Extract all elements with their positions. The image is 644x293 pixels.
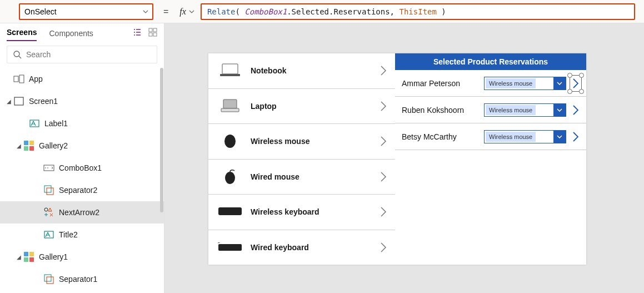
formula-input[interactable]: Relate( ComboBox1.Selected.Reservations,… [201, 3, 635, 20]
app-screen[interactable]: Notebook Laptop [208, 53, 586, 265]
product-title: Notebook [251, 66, 380, 75]
gallery-row[interactable]: Wireless mouse [208, 124, 395, 160]
gallery-icon [23, 140, 34, 151]
reservations-panel: Selected Product Reservations Ammar Pete… [395, 53, 586, 265]
tree-search[interactable] [7, 46, 157, 63]
reservation-combobox[interactable]: Wireless mouse [484, 103, 566, 117]
chevron-right-icon[interactable] [572, 77, 580, 90]
svg-rect-30 [218, 207, 242, 215]
grid-icon[interactable] [148, 28, 157, 37]
svg-rect-31 [218, 244, 242, 251]
chevron-right-icon[interactable] [380, 100, 387, 112]
tab-screens[interactable]: Screens [7, 28, 37, 41]
tree-item-label1[interactable]: Label1 [0, 112, 164, 135]
gallery-row[interactable]: Laptop [208, 89, 395, 125]
caret-down-icon[interactable]: ◢ [14, 254, 23, 260]
tree-item-label: Label1 [44, 119, 68, 128]
tree-item-screen1[interactable]: ◢ Screen1 [0, 90, 164, 112]
nextarrow-selected[interactable] [572, 77, 580, 90]
chevron-down-icon[interactable] [553, 104, 566, 116]
chevron-right-icon[interactable] [572, 131, 580, 143]
product-title: Wired keyboard [251, 243, 380, 252]
tree-item-title2[interactable]: Title2 [0, 224, 164, 246]
svg-rect-15 [47, 188, 53, 195]
caret-down-icon[interactable]: ◢ [4, 98, 13, 105]
tree-item-gallery2[interactable]: ◢ Gallery2 [0, 135, 164, 157]
gallery-row[interactable]: Notebook [208, 53, 395, 89]
tree-item-separator2[interactable]: Separator2 [0, 179, 164, 201]
svg-rect-6 [19, 75, 24, 83]
svg-point-28 [224, 135, 236, 148]
tree-item-label: App [29, 75, 43, 83]
chevron-right-icon[interactable] [380, 241, 387, 254]
svg-rect-3 [153, 33, 157, 36]
svg-rect-9 [24, 141, 28, 145]
tree-item-label: Separator2 [59, 186, 97, 195]
product-title: Wired mouse [251, 172, 380, 181]
chevron-down-icon [142, 8, 149, 15]
tree-item-combobox1[interactable]: ComboBox1 [0, 157, 164, 179]
reservation-combobox[interactable]: Wireless mouse [484, 130, 566, 143]
gallery-row[interactable]: Wireless keyboard [208, 195, 395, 230]
design-canvas[interactable]: Notebook Laptop [164, 23, 644, 293]
reservation-name: Betsy McCarthy [402, 132, 478, 141]
tree-item-app[interactable]: App [0, 68, 164, 90]
property-select[interactable]: OnSelect [19, 3, 153, 20]
fx-icon[interactable]: fx [178, 7, 187, 17]
chevron-down-icon[interactable] [553, 77, 566, 90]
svg-rect-1 [153, 28, 157, 32]
svg-rect-2 [149, 33, 152, 36]
reservation-combobox[interactable]: Wireless mouse [484, 77, 566, 90]
chevron-right-icon[interactable] [380, 135, 387, 147]
svg-point-4 [14, 51, 19, 57]
tree-item-gallery1[interactable]: ◢ Gallery1 [0, 246, 164, 268]
formula-token-kw: ThisItem [400, 7, 437, 16]
formula-token-prop: .Selected.Reservations, [287, 7, 395, 16]
chevron-right-icon[interactable] [380, 171, 387, 183]
chevron-right-icon[interactable] [380, 206, 387, 218]
gallery-row[interactable]: Wired keyboard [208, 230, 395, 265]
tab-components[interactable]: Components [49, 29, 93, 41]
svg-rect-22 [44, 275, 51, 281]
label-icon [43, 229, 54, 240]
product-title: Wireless mouse [251, 137, 380, 146]
chevron-down-icon[interactable] [553, 131, 566, 143]
svg-rect-14 [44, 186, 51, 192]
combobox-icon [43, 162, 54, 173]
svg-point-29 [225, 172, 235, 184]
svg-rect-27 [221, 108, 239, 112]
formula-token-fn: Relate [207, 7, 236, 16]
property-select-value: OnSelect [24, 7, 57, 16]
tree-tabs: Screens Components [0, 23, 164, 41]
tree-item-nextarrow2[interactable]: NextArrow2 [0, 201, 164, 224]
product-image [216, 167, 244, 186]
product-image [216, 132, 244, 151]
caret-down-icon[interactable]: ◢ [14, 143, 23, 149]
label-icon [29, 118, 40, 129]
equals-label: = [153, 7, 178, 17]
reservation-row[interactable]: Ammar Peterson Wireless mouse [395, 70, 586, 97]
combobox-selected-value: Wireless mouse [486, 78, 536, 88]
tree-item-label: Screen1 [29, 97, 58, 106]
gallery-row[interactable]: Wired mouse [208, 160, 395, 195]
tab-label: Screens [7, 28, 37, 37]
reservation-row[interactable]: Ruben Kokshoorn Wireless mouse [395, 97, 586, 123]
list-icon[interactable] [133, 28, 142, 37]
svg-rect-11 [24, 146, 28, 151]
tree-item-separator1[interactable]: Separator1 [0, 268, 164, 290]
search-icon [13, 50, 22, 59]
gallery-products[interactable]: Notebook Laptop [208, 53, 395, 265]
tree-view-panel: Screens Components [0, 23, 164, 293]
svg-rect-26 [223, 100, 237, 108]
product-title: Laptop [251, 102, 380, 111]
svg-rect-25 [220, 74, 240, 76]
svg-rect-0 [149, 28, 152, 32]
tree-search-input[interactable] [26, 50, 151, 59]
reservation-name: Ammar Peterson [402, 79, 478, 88]
separator-icon [43, 274, 54, 285]
chevron-down-icon[interactable] [187, 8, 197, 15]
reservation-row[interactable]: Betsy McCarthy Wireless mouse [395, 123, 586, 150]
chevron-right-icon[interactable] [572, 104, 580, 116]
tree-scrollbar[interactable] [160, 68, 163, 212]
chevron-right-icon[interactable] [380, 64, 387, 77]
